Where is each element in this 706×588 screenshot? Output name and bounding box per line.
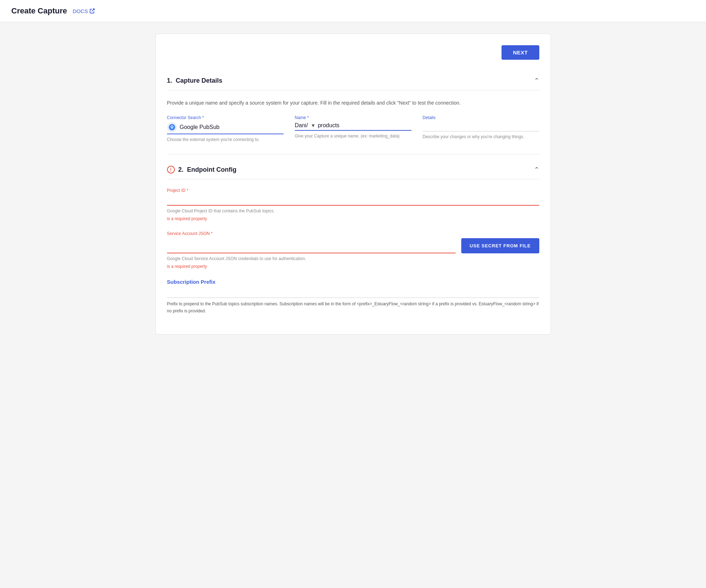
project-id-input[interactable] (167, 195, 539, 206)
service-account-hint: Google Cloud Service Account JSON creden… (167, 255, 539, 262)
details-label: Details (423, 115, 539, 120)
name-dropdown-icon[interactable]: ▼ (311, 123, 316, 128)
details-input[interactable] (423, 122, 539, 131)
project-id-hint: Google Cloud Project ID that contains th… (167, 208, 539, 214)
capture-details-header[interactable]: 1. Capture Details ⌃ (167, 71, 539, 90)
capture-details-chevron-icon: ⌃ (534, 77, 539, 84)
docs-link[interactable]: DOCS (73, 8, 95, 14)
project-id-field: Project ID * Google Cloud Project ID tha… (167, 188, 539, 221)
capture-details-body: Provide a unique name and specify a sour… (167, 90, 539, 151)
name-label: Name * (295, 115, 411, 120)
subscription-input[interactable] (167, 288, 539, 298)
endpoint-config-chevron-icon: ⌃ (534, 166, 539, 174)
service-account-input-wrap (167, 243, 456, 253)
connector-input-row (167, 122, 284, 134)
project-id-error: is a required property (167, 216, 539, 221)
next-btn-row: NEXT (167, 45, 539, 60)
svg-point-2 (171, 126, 173, 128)
project-id-label: Project ID * (167, 188, 539, 193)
connector-icon (167, 122, 177, 132)
page-header: Create Capture DOCS (0, 0, 706, 22)
endpoint-config-body: Project ID * Google Cloud Project ID tha… (167, 180, 539, 323)
external-link-icon (89, 8, 95, 14)
service-account-input[interactable] (167, 243, 456, 253)
capture-details-title: 1. Capture Details (167, 77, 223, 84)
warning-icon: ! (167, 166, 175, 174)
svg-line-0 (92, 9, 94, 11)
subscription-label: Subscription Prefix (167, 279, 539, 285)
capture-details-form-row: Connector Search * Choose (167, 115, 539, 143)
details-hint: Describe your changes or why you're chan… (423, 134, 539, 140)
subscription-hint: Prefix to prepend to the PubSub topics s… (167, 301, 539, 314)
service-account-label: Service Account JSON * (167, 231, 539, 236)
endpoint-config-header[interactable]: ! 2. Endpoint Config ⌃ (167, 160, 539, 180)
form-card: NEXT 1. Capture Details ⌃ Provide a uniq… (155, 34, 551, 335)
endpoint-config-title: ! 2. Endpoint Config (167, 166, 237, 174)
use-secret-button[interactable]: USE SECRET FROM FILE (461, 238, 539, 253)
service-account-row: USE SECRET FROM FILE (167, 238, 539, 253)
service-account-error: is a required property (167, 264, 539, 269)
connector-input[interactable] (180, 124, 284, 130)
next-button[interactable]: NEXT (502, 45, 539, 60)
service-account-field: Service Account JSON * USE SECRET FROM F… (167, 231, 539, 269)
name-prefix: Dani/ (295, 122, 308, 129)
name-input[interactable] (318, 122, 411, 129)
name-input-row: Dani/ ▼ (295, 122, 411, 131)
page-title: Create Capture (11, 6, 67, 16)
connector-hint: Choose the external system you're connec… (167, 136, 284, 143)
endpoint-config-section: ! 2. Endpoint Config ⌃ Project ID * Goog… (167, 160, 539, 323)
capture-details-section: 1. Capture Details ⌃ Provide a unique na… (167, 71, 539, 151)
subscription-prefix-section: Subscription Prefix Prefix to prepend to… (167, 279, 539, 314)
docs-label: DOCS (73, 8, 88, 14)
capture-name-field: Name * Dani/ ▼ Give your Capture a uniqu… (295, 115, 411, 139)
details-field: Details Describe your changes or why you… (423, 115, 539, 140)
main-content: NEXT 1. Capture Details ⌃ Provide a uniq… (141, 22, 565, 346)
connector-label: Connector Search * (167, 115, 284, 120)
capture-details-description: Provide a unique name and specify a sour… (167, 99, 539, 107)
section-divider (167, 154, 539, 154)
connector-search-field: Connector Search * Choose (167, 115, 284, 143)
name-hint: Give your Capture a unique name. (ex: ma… (295, 133, 411, 139)
